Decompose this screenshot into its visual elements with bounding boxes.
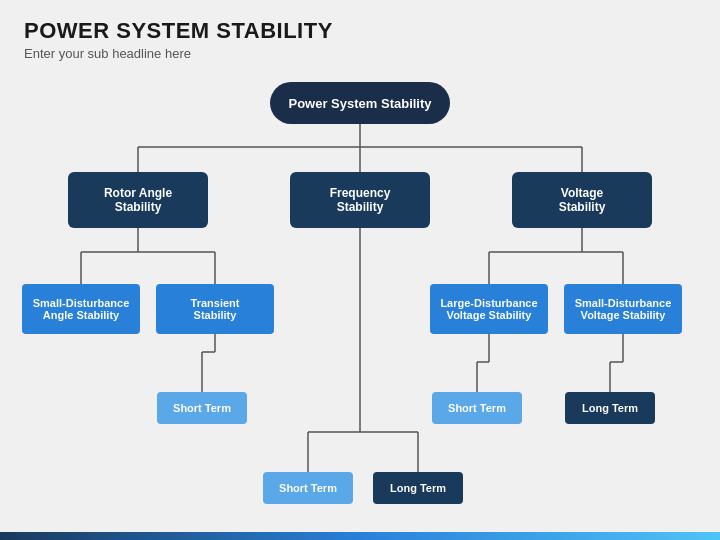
bottom-bar	[0, 532, 720, 540]
node-rotor-angle: Rotor Angle Stability	[68, 172, 208, 228]
node-root: Power System Stability	[270, 82, 450, 124]
header: POWER SYSTEM STABILITY Enter your sub he…	[0, 0, 720, 69]
sub-title: Enter your sub headline here	[24, 46, 696, 61]
main-title: POWER SYSTEM STABILITY	[24, 18, 696, 44]
node-frequency: Frequency Stability	[290, 172, 430, 228]
node-small-dist-angle: Small-Disturbance Angle Stability	[22, 284, 140, 334]
node-short-freq: Short Term	[263, 472, 353, 504]
node-short-transient: Short Term	[157, 392, 247, 424]
node-long-small: Long Term	[565, 392, 655, 424]
node-long-freq: Long Term	[373, 472, 463, 504]
node-transient: Transient Stability	[156, 284, 274, 334]
node-short-large: Short Term	[432, 392, 522, 424]
node-voltage: Voltage Stability	[512, 172, 652, 228]
node-small-dist-voltage: Small-Disturbance Voltage Stability	[564, 284, 682, 334]
slide: POWER SYSTEM STABILITY Enter your sub he…	[0, 0, 720, 540]
diagram: Power System Stability Rotor Angle Stabi…	[0, 72, 720, 540]
node-large-dist-voltage: Large-Disturbance Voltage Stability	[430, 284, 548, 334]
